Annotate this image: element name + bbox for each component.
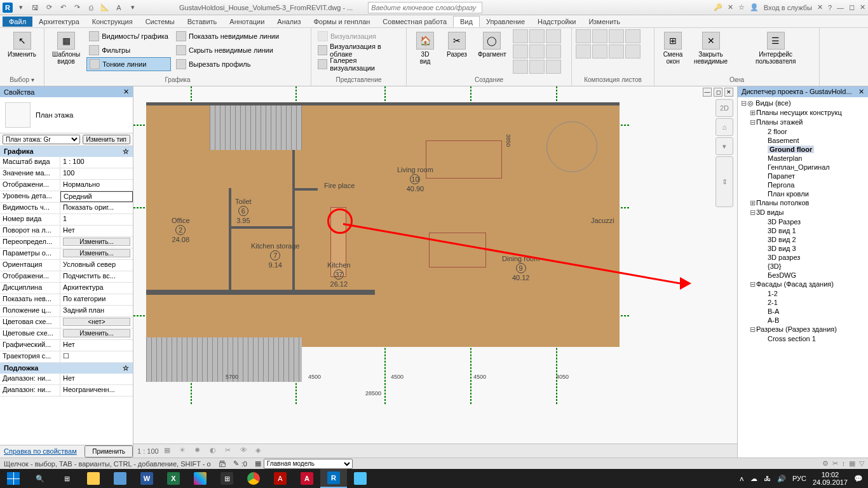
tree-node[interactable]: {3D} [739, 262, 867, 271]
tree-node[interactable]: ⊟Планы этажей [739, 118, 867, 127]
sign-in-link[interactable]: Вход в службы [764, 4, 812, 11]
modify-button[interactable]: ↖Изменить [4, 29, 40, 60]
hide-hidden-button[interactable]: Скрыть невидимые линии [173, 43, 281, 57]
sheet-icon[interactable] [625, 29, 641, 43]
revit-button[interactable]: R [320, 469, 347, 488]
tree-node[interactable]: Пергола [739, 180, 867, 189]
tree-node[interactable]: Генплан_Оригинал [739, 163, 867, 172]
tree-node[interactable]: Ground floor [739, 145, 867, 154]
menu-tab[interactable]: Формы и генплан [307, 17, 376, 27]
property-row[interactable]: Показать нев...По категории [0, 294, 133, 306]
instance-select[interactable]: План этажа: Gr [3, 135, 80, 144]
tree-node[interactable]: ⊟Фасады (Фасад здания) [739, 280, 867, 289]
tree-node[interactable]: 3D Разрез [739, 217, 867, 226]
property-row[interactable]: ОриентацияУсловный север [0, 260, 133, 271]
properties-grid[interactable]: Графика☆ Масштаб вида1 : 100Значение ма.… [0, 146, 133, 445]
model-select[interactable]: Главная модель [264, 459, 353, 469]
exchange-icon[interactable]: ✕ [817, 3, 823, 11]
gallery-button[interactable]: Галерея визуализации [315, 57, 402, 71]
property-row[interactable]: Видимость ч...Показать ориг... [0, 203, 133, 214]
3d-view-button[interactable]: 🏠3D вид [410, 29, 440, 67]
tray-network-icon[interactable]: 🖧 [764, 475, 771, 482]
project-tree[interactable]: ⊟◎ Виды (все)⊞Планы несущих конструкц⊟Пл… [738, 97, 868, 458]
tray-volume-icon[interactable]: 🔊 [777, 475, 786, 483]
property-row[interactable]: Диапазон: ни...Нет [0, 374, 133, 385]
tree-node[interactable]: 3D вид 1 [739, 226, 867, 235]
property-row[interactable]: ДисциплинаАрхитектура [0, 283, 133, 294]
sb-icon[interactable]: ⚙ [822, 459, 829, 468]
nav-options-icon[interactable]: ▾ [715, 137, 733, 155]
legend-icon[interactable] [513, 44, 528, 58]
close-icon[interactable]: ✕ [858, 88, 864, 96]
chrome-button[interactable] [240, 469, 267, 488]
nav-home-icon[interactable]: ⌂ [715, 118, 733, 136]
measure-icon[interactable]: 📐 [99, 2, 111, 13]
hide-icon[interactable]: 👁 [240, 446, 250, 456]
prop-section[interactable]: Подложка☆ [0, 363, 133, 374]
prop-section[interactable]: Графика☆ [0, 146, 133, 157]
tree-node[interactable]: Masterplan [739, 154, 867, 163]
sb-icon[interactable]: ✂ [832, 459, 838, 468]
tree-node[interactable]: Basement [739, 136, 867, 145]
sync-icon[interactable]: ⟳ [43, 2, 55, 13]
scale-label[interactable]: 1 : 100 [137, 447, 159, 455]
tree-node[interactable]: ⊟◎ Виды (все) [739, 98, 867, 108]
open-icon[interactable]: ▾ [15, 2, 27, 13]
type-selector[interactable]: План этажа [0, 97, 133, 133]
acrobat-button[interactable]: A [267, 469, 294, 488]
sun-icon[interactable]: ✹ [194, 446, 205, 456]
property-row[interactable]: Параметры о...Изменить... [0, 248, 133, 260]
menu-tab[interactable]: Системы [139, 17, 181, 27]
property-row[interactable]: Значение ма...100 [0, 168, 133, 180]
user-icon[interactable]: 👤 [750, 3, 759, 11]
menu-tab[interactable]: Управление [480, 17, 531, 27]
task-view-button[interactable]: ⊞ [53, 469, 80, 488]
paint-button[interactable] [187, 469, 214, 488]
tree-node[interactable]: Cross section 1 [739, 334, 867, 343]
image-viewer-button[interactable] [347, 469, 374, 488]
property-row[interactable]: Отображени...Подчистить вс... [0, 271, 133, 283]
text-icon[interactable]: A [113, 2, 125, 13]
tree-node[interactable]: 3D разрез [739, 253, 867, 262]
sheet-icon[interactable] [592, 44, 607, 58]
property-row[interactable]: Переопредел...Изменить... [0, 237, 133, 248]
qat-more-icon[interactable]: ▾ [127, 2, 139, 13]
dup-icon[interactable] [513, 60, 528, 74]
property-row[interactable]: Номер вида1 [0, 214, 133, 226]
win-icon[interactable] [734, 29, 749, 43]
tree-node[interactable]: ⊟3D виды [739, 208, 867, 217]
sb-icon[interactable]: ▦ [849, 459, 855, 468]
visibility-button[interactable]: Видимость/ графика [86, 29, 171, 43]
nav-2d-icon[interactable]: 2D [715, 99, 733, 117]
notepad-button[interactable] [107, 469, 133, 488]
show-hidden-button[interactable]: Показать невидимые линии [173, 29, 281, 43]
search-button[interactable]: 🔍 [27, 469, 53, 488]
sheet-icon[interactable] [592, 29, 607, 43]
calc-button[interactable]: ⊞ [214, 469, 240, 488]
explorer-button[interactable] [80, 469, 107, 488]
tray-notifications-icon[interactable]: 💬 [854, 475, 863, 483]
comm-icon[interactable]: ✕ [728, 3, 733, 11]
sheet-icon[interactable] [609, 44, 624, 58]
sheet-icon[interactable] [625, 44, 641, 58]
tray-up-icon[interactable]: ʌ [740, 475, 744, 483]
thin-lines-button[interactable]: Тонкие линии [86, 57, 171, 71]
edit-type-button[interactable]: Изменить тип [83, 135, 130, 144]
word-button[interactable]: W [133, 469, 160, 488]
user-interface-button[interactable]: ☰Интерфейс пользователя [752, 29, 799, 67]
property-edit-button[interactable]: <нет> [63, 318, 130, 326]
property-row[interactable]: Диапазон: ни...Неограниченн... [0, 385, 133, 396]
close-icon[interactable]: ✕ [123, 88, 129, 96]
menu-tab[interactable]: Надстройки [531, 17, 582, 27]
tree-node[interactable]: 2-1 [739, 298, 867, 307]
sb-filter-icon[interactable]: ▽ [859, 459, 864, 468]
menu-tab[interactable]: Изменить [582, 17, 627, 27]
sheet-icon[interactable] [576, 29, 591, 43]
excel-button[interactable]: X [160, 469, 187, 488]
close-hidden-button[interactable]: ✕Закрыть невидимые [690, 29, 731, 67]
canvas[interactable]: Office224.08Toilet63.95Kitchen storage79… [133, 86, 737, 458]
tree-node[interactable]: 1-2 [739, 289, 867, 298]
menu-tab[interactable]: Совместная работа [376, 17, 453, 27]
save-icon[interactable]: 🖫 [29, 2, 41, 13]
undo-icon[interactable]: ↶ [57, 2, 69, 13]
